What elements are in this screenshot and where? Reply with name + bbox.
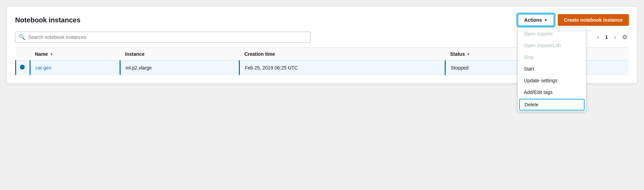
col-header-creation-time: Creation time [240, 48, 445, 61]
pagination-next-button[interactable]: › [612, 33, 618, 42]
actions-button-label: Actions [524, 17, 542, 23]
create-notebook-button[interactable]: Create notebook instance [558, 14, 629, 26]
dropdown-item-start[interactable]: Start [518, 63, 586, 75]
dropdown-item-update-settings[interactable]: Update settings [518, 75, 586, 86]
col-header-select [16, 48, 30, 61]
pagination-current: 1 [604, 34, 609, 41]
chevron-down-icon: ▼ [544, 18, 547, 22]
dropdown-item-add-edit-tags[interactable]: Add/Edit tags [518, 86, 586, 98]
dropdown-item-open-jupyterlab[interactable]: Open JupyterLab [518, 40, 586, 51]
col-header-instance: Instance [120, 48, 240, 61]
row-instance-cell: ml.p2.xlarge [120, 61, 240, 75]
dropdown-item-stop[interactable]: Stop [518, 51, 586, 63]
dropdown-item-open-jupyter[interactable]: Open Jupyter [518, 28, 586, 40]
row-creation-time-cell: Feb 25, 2019 06:25 UTC [240, 61, 445, 75]
sort-icon-name: ▼ [50, 52, 53, 56]
pagination-area: ‹ 1 › ⚙ [595, 32, 629, 42]
col-header-name[interactable]: Name ▼ [30, 48, 120, 61]
row-name-cell: cat-gen [30, 61, 120, 75]
instance-name-link[interactable]: cat-gen [35, 65, 52, 71]
header-actions: Actions ▼ Open Jupyter Open JupyterLab S… [518, 14, 629, 26]
radio-selected-icon [20, 65, 25, 70]
search-icon: 🔍 [19, 34, 25, 40]
search-input[interactable] [28, 34, 307, 40]
actions-dropdown-menu: Open Jupyter Open JupyterLab Stop Start … [518, 28, 586, 112]
settings-gear-button[interactable]: ⚙ [621, 32, 629, 42]
pagination-prev-button[interactable]: ‹ [595, 33, 601, 42]
search-box: 🔍 [15, 32, 311, 43]
sort-icon-status: ▼ [467, 52, 470, 56]
page-title: Notebook instances [15, 16, 80, 24]
dropdown-item-delete[interactable]: Delete [519, 99, 585, 110]
row-select-cell[interactable] [16, 61, 30, 75]
status-badge: Stopped [451, 65, 468, 71]
actions-dropdown-button[interactable]: Actions ▼ [518, 14, 554, 26]
